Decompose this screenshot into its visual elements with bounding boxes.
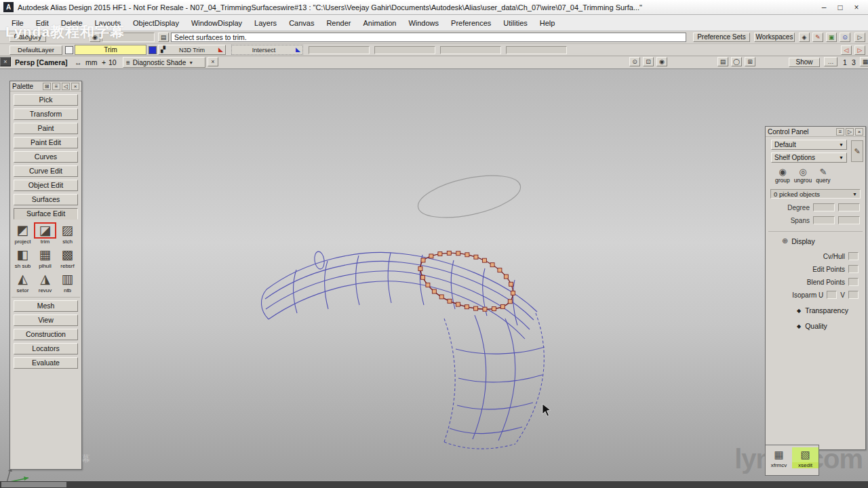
menu-windowdisplay[interactable]: WindowDisplay [185, 17, 248, 29]
collapse-icon[interactable]: ◁ [62, 83, 70, 90]
preference-sets-button[interactable]: Preference Sets [693, 33, 750, 42]
palette-tab-surface-edit[interactable]: Surface Edit [14, 208, 78, 220]
menu-preferences[interactable]: Preferences [445, 17, 497, 29]
menu-render[interactable]: Render [320, 17, 357, 29]
shelf-slot-empty[interactable] [440, 46, 501, 54]
perspective-viewport[interactable] [0, 69, 868, 481]
pencil-cup-icon[interactable]: ✎ [851, 140, 863, 162]
edit-points-checkbox[interactable] [848, 265, 859, 273]
spans-v-field[interactable] [838, 216, 860, 224]
more-options-icon[interactable]: … [824, 57, 837, 66]
shelf-scroll-left-icon[interactable]: ◁ [841, 45, 852, 55]
cv-hull-checkbox[interactable] [848, 252, 859, 260]
menu-objectdisplay[interactable]: ObjectDisplay [127, 17, 185, 29]
layout-circle-icon[interactable]: ◯ [731, 57, 742, 66]
list-icon[interactable]: ≡ [836, 128, 844, 136]
degree-u-field[interactable] [813, 203, 835, 211]
snap-grid-icon[interactable]: ⊙ [629, 57, 640, 66]
menu-layers[interactable]: Layers [248, 17, 283, 29]
tool-xsedit[interactable]: ▧ xsedit [792, 445, 818, 475]
minimize-button[interactable]: – [816, 3, 832, 12]
hotkeys-icon[interactable]: ◈ [799, 33, 810, 42]
shelf-item-intersect[interactable]: Intersect ◣ [231, 45, 303, 55]
close-icon[interactable]: × [855, 128, 863, 136]
snap-tools-icon[interactable]: ⊙ [840, 33, 850, 42]
shade-mode-button[interactable]: ≡ Diagnostic Shade ▼ [123, 57, 205, 68]
show-button[interactable]: Show [789, 58, 820, 67]
workspaces-button[interactable]: Workspaces [754, 33, 795, 42]
ungroup-tool[interactable]: ◎ ungrou [794, 167, 812, 184]
menu-windows[interactable]: Windows [402, 17, 445, 29]
palette-tab-transform[interactable]: Transform [14, 108, 78, 120]
palette-tab-paint[interactable]: Paint [14, 123, 78, 134]
close-icon[interactable]: × [71, 83, 79, 90]
shelf-slot-empty[interactable] [506, 46, 567, 54]
transparency-section[interactable]: ◆ Transparency [766, 299, 865, 314]
shade-close-icon[interactable]: × [208, 57, 218, 66]
group-tool[interactable]: ◉ group [775, 167, 790, 184]
viewport-close-icon[interactable]: × [0, 57, 11, 66]
palette-tab-locators[interactable]: Locators [14, 343, 78, 354]
layer-color-swatch[interactable] [65, 46, 73, 54]
tool-shrink-sub[interactable]: ◧ sh sub [12, 245, 34, 270]
snap-curve-icon[interactable]: ⊡ [643, 57, 654, 66]
list-view-icon[interactable]: ≡ [52, 83, 60, 90]
menu-animation[interactable]: Animation [357, 17, 403, 29]
isoparm-u-checkbox[interactable] [827, 291, 837, 299]
tool-planarize-hull[interactable]: ▦ plhull [34, 245, 56, 270]
tool-project[interactable]: ◩ project [12, 221, 34, 245]
layout-pane-icon[interactable]: ▤ [717, 57, 728, 66]
shelf-scroll-right-icon[interactable]: ▷ [854, 45, 865, 55]
palette-tab-curve-edit[interactable]: Curve Edit [14, 165, 78, 177]
bottom-scrollbar[interactable] [0, 481, 868, 488]
menu-help[interactable]: Help [534, 17, 561, 29]
promptline-history-icon[interactable]: ▤ [158, 33, 169, 42]
scrollbar-thumb[interactable] [1, 482, 66, 487]
spans-u-field[interactable] [813, 216, 835, 224]
preset-dropdown[interactable]: Default ▼ [771, 140, 847, 150]
paint-tools-icon[interactable]: ✎ [812, 33, 823, 42]
shelf-slot-empty[interactable] [374, 46, 435, 54]
picked-objects-bar[interactable]: 0 picked objects ▼ [770, 189, 861, 199]
symmetry-color-swatch[interactable] [149, 46, 157, 54]
palette-tab-pick[interactable]: Pick [14, 94, 78, 106]
quality-section[interactable]: ◆ Quality [766, 314, 865, 330]
active-tool-trim[interactable]: Trim [75, 45, 146, 55]
menu-utilities[interactable]: Utilities [497, 17, 533, 29]
palette-tab-object-edit[interactable]: Object Edit [14, 180, 78, 191]
palette-tab-curves[interactable]: Curves [14, 151, 78, 163]
palette-tab-surfaces[interactable]: Surfaces [14, 194, 78, 205]
tool-set-orientation[interactable]: ◭ setor [12, 270, 34, 294]
prompt-line[interactable]: Select surfaces to trim. [171, 33, 686, 42]
tool-trim[interactable]: ◪ trim [34, 221, 56, 245]
palette-tab-construction[interactable]: Construction [14, 329, 78, 340]
overflow-icon[interactable]: ▷ [854, 33, 865, 42]
query-tool[interactable]: ✎ query [816, 167, 830, 184]
layer-button[interactable]: DefaultLayer [9, 45, 62, 55]
close-button[interactable]: × [848, 3, 865, 12]
palette-tab-mesh[interactable]: Mesh [14, 300, 78, 312]
shelf-slot-empty[interactable] [309, 46, 370, 54]
dock-icon[interactable]: ▦ [860, 57, 868, 66]
palette-tab-evaluate[interactable]: Evaluate [14, 357, 78, 369]
maximize-button[interactable]: □ [832, 3, 848, 12]
degree-v-field[interactable] [838, 203, 860, 211]
camera-label[interactable]: Persp [Camera] [15, 58, 68, 67]
tool-nurbs-to-bezier[interactable]: ▥ ntb [56, 270, 79, 294]
magnify-icon[interactable]: ◉ [656, 57, 667, 66]
render-tools-icon[interactable]: ▣ [826, 33, 837, 42]
blend-points-checkbox[interactable] [848, 278, 859, 286]
tool-stitch[interactable]: ▨ stch [56, 221, 79, 245]
window-digit[interactable]: 3 [852, 58, 856, 67]
shelf-item-n3d-trim[interactable]: ▞ N3D Trim ◣ [158, 45, 226, 55]
tool-xfrmcv[interactable]: ▦ xfrmcv [766, 445, 792, 475]
tool-reverse-uv[interactable]: ◮ revuv [34, 270, 56, 294]
palette-tab-paint-edit[interactable]: Paint Edit [14, 137, 78, 148]
window-digit[interactable]: 1 [843, 58, 847, 67]
tool-rebuild-surface[interactable]: ▩ rebsrf [56, 245, 79, 270]
expand-icon[interactable]: ▷ [846, 128, 854, 136]
display-section-header[interactable]: ⊕ Display [766, 232, 865, 247]
isoparm-v-checkbox[interactable] [848, 291, 859, 299]
shelf-options-dropdown[interactable]: Shelf Options ▼ [771, 152, 847, 163]
menu-canvas[interactable]: Canvas [283, 17, 320, 29]
